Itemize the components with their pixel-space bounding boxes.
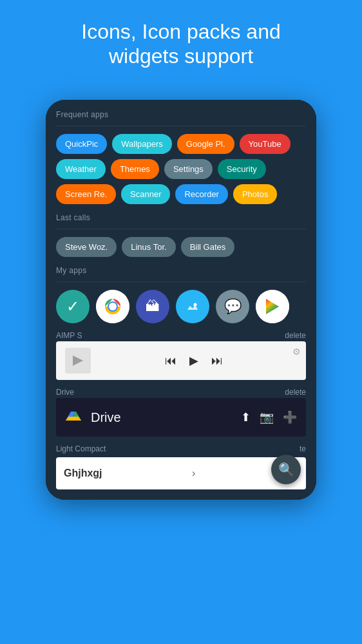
chip-youtube[interactable]: YouTube <box>240 134 291 154</box>
my-apps-section: My apps ✓ 🏔 <box>56 266 306 323</box>
svg-marker-6 <box>73 355 83 366</box>
drive-name: Drive <box>91 410 233 425</box>
last-calls-section: Last calls Steve Woz. Linus Tor. Bill Ga… <box>56 213 306 257</box>
aimp-widget-header: AIMP S delete <box>56 331 306 340</box>
aimp-label: AIMP S <box>56 331 82 340</box>
frequent-apps-row1: QuickPic Wallpapers Google Pl. YouTube <box>56 134 306 154</box>
play-button[interactable]: ▶ <box>189 354 198 368</box>
app-play-store[interactable] <box>256 290 289 323</box>
chip-security[interactable]: Security <box>218 159 266 179</box>
chip-steve[interactable]: Steve Woz. <box>56 237 117 257</box>
light-compact-delete[interactable]: te <box>300 444 306 453</box>
light-compact-header: Light Compact te <box>56 444 306 453</box>
light-compact-label: Light Compact <box>56 444 106 453</box>
chip-screenre[interactable]: Screen Re. <box>56 184 116 204</box>
apps-icons-row: ✓ 🏔 <box>56 290 306 323</box>
gear-icon[interactable]: ⚙ <box>292 346 301 357</box>
chip-themes[interactable]: Themes <box>111 159 159 179</box>
add-icon[interactable]: ➕ <box>283 410 297 424</box>
chip-photos[interactable]: Photos <box>233 184 277 204</box>
search-widget[interactable]: Ghjhxgj › 🎤 <box>56 457 306 489</box>
chip-quickpic[interactable]: QuickPic <box>56 134 107 154</box>
app-chrome[interactable] <box>96 290 129 323</box>
phone-container: Frequent apps QuickPic Wallpapers Google… <box>46 100 316 500</box>
svg-point-4 <box>194 303 197 307</box>
aimp-delete[interactable]: delete <box>285 331 306 340</box>
chip-weather[interactable]: Weather <box>56 159 106 179</box>
chip-settings[interactable]: Settings <box>164 159 213 179</box>
drive-delete[interactable]: delete <box>285 388 306 397</box>
chip-wallpapers[interactable]: Wallpapers <box>112 134 172 154</box>
chip-recorder[interactable]: Recorder <box>175 184 227 204</box>
my-apps-label: My apps <box>56 266 306 275</box>
drive-widget-header: Drive delete <box>56 388 306 397</box>
header-text: Icons, Icon packs and widgets support <box>0 0 362 82</box>
chip-scanner[interactable]: Scanner <box>121 184 170 204</box>
prev-button[interactable]: ⏮ <box>165 354 176 368</box>
drive-label-top: Drive <box>56 388 74 397</box>
chip-googlepl[interactable]: Google Pl. <box>177 134 234 154</box>
media-controls: ⏮ ▶ ⏭ <box>91 354 297 368</box>
fab-search-button[interactable]: 🔍 <box>271 455 301 484</box>
app-photo[interactable] <box>176 290 209 323</box>
header-line2: widgets support <box>109 44 253 68</box>
app-checkmark[interactable]: ✓ <box>56 290 90 323</box>
frequent-apps-row3: Screen Re. Scanner Recorder Photos <box>56 184 306 204</box>
last-calls-row: Steve Woz. Linus Tor. Bill Gates <box>56 237 306 257</box>
upload-icon[interactable]: ⬆ <box>241 410 251 424</box>
chip-linus[interactable]: Linus Tor. <box>122 237 175 257</box>
drive-widget-box: Drive ⬆ 📷 ➕ <box>56 398 306 437</box>
app-mountain[interactable]: 🏔 <box>136 290 169 323</box>
aimp-widget-box: ⚙ ⏮ ▶ ⏭ <box>56 341 306 380</box>
chip-billgates[interactable]: Bill Gates <box>181 237 235 257</box>
search-query-text: Ghjhxgj <box>64 468 102 479</box>
svg-point-3 <box>184 298 202 316</box>
frequent-apps-row2: Weather Themes Settings Security <box>56 159 306 179</box>
last-calls-label: Last calls <box>56 213 306 222</box>
frequent-apps-label: Frequent apps <box>56 110 306 119</box>
next-button[interactable]: ⏭ <box>211 354 223 368</box>
drive-icon <box>65 408 83 427</box>
aimp-logo <box>65 348 91 374</box>
search-arrow-icon: › <box>192 468 195 479</box>
camera-icon[interactable]: 📷 <box>260 410 274 424</box>
header-line1: Icons, Icon packs and <box>81 20 281 43</box>
drive-actions: ⬆ 📷 ➕ <box>241 410 297 424</box>
app-message[interactable]: 💬 <box>216 290 249 323</box>
svg-point-2 <box>109 303 117 310</box>
frequent-apps-section: Frequent apps QuickPic Wallpapers Google… <box>56 110 306 204</box>
